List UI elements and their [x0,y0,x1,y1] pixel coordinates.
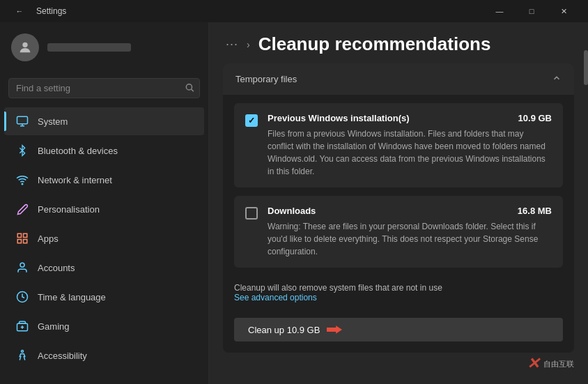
file-item-prev-windows-name: Previous Windows installation(s) [268,113,410,123]
titlebar: ← Settings — □ ✕ [0,0,588,22]
checkbox-prev-windows-wrap [245,114,258,127]
user-section [0,22,208,72]
file-item-prev-windows-size: 10.9 GB [518,113,552,123]
back-icon: ← [16,7,24,15]
sidebar-item-system[interactable]: System [4,107,204,135]
bottom-info: Cleanup will also remove system files th… [234,276,563,307]
user-name-placeholder [47,43,131,52]
svg-rect-10 [17,240,21,243]
search-input[interactable] [8,78,200,98]
chevron-up-icon [552,73,562,85]
cleanup-info-text: Cleanup will also remove system files th… [234,283,442,293]
file-item-downloads-body: Downloads 16.8 MB Warning: These are fil… [268,206,552,258]
close-icon: ✕ [561,7,567,16]
breadcrumb-dots: ··· [226,37,238,52]
network-icon [15,173,29,187]
svg-point-11 [20,263,24,267]
content-header: ··· › Cleanup recommendations [209,22,588,63]
sidebar-label-time: Time & language [38,292,106,302]
sidebar-label-personalisation: Personalisation [38,204,100,215]
arrow-right-icon [327,324,342,335]
avatar [11,33,39,61]
sidebar-label-accounts: Accounts [38,263,75,273]
svg-marker-17 [327,325,342,334]
maximize-icon: □ [529,7,534,15]
maximize-button[interactable]: □ [516,0,548,22]
content-area: Temporary files Previous Wind [209,63,588,384]
svg-point-1 [186,84,192,89]
file-item-downloads-name: Downloads [268,206,316,216]
sidebar-item-accounts[interactable]: Accounts [4,254,204,282]
accounts-icon [15,261,29,275]
personalisation-icon [15,202,29,216]
accessibility-icon [15,348,29,362]
sidebar: System Bluetooth & devices Network & int… [0,22,209,384]
section-title: Temporary files [235,74,297,84]
titlebar-left: ← Settings [8,0,66,22]
app-container: System Bluetooth & devices Network & int… [0,22,588,384]
svg-rect-7 [17,233,21,237]
bluetooth-icon [15,144,29,158]
checkbox-downloads-wrap [245,207,258,220]
main-content: ··· › Cleanup recommendations Temporary … [209,22,588,384]
file-item-prev-windows-body: Previous Windows installation(s) 10.9 GB… [268,113,552,178]
svg-point-16 [22,351,24,353]
sidebar-item-apps[interactable]: Apps [4,224,204,252]
scrollbar-thumb[interactable] [584,50,588,85]
section-content: Previous Windows installation(s) 10.9 GB… [223,95,574,353]
svg-point-6 [22,183,23,185]
file-item-prev-windows: Previous Windows installation(s) 10.9 GB… [234,103,563,187]
sidebar-item-accessibility[interactable]: Accessibility [4,341,204,369]
svg-rect-8 [24,233,27,237]
file-item-downloads-desc: Warning: These are files in your persona… [268,220,552,258]
svg-rect-3 [17,116,28,124]
sidebar-label-gaming: Gaming [38,321,70,332]
scrollbar-track [584,45,588,384]
checkbox-downloads[interactable] [245,207,258,220]
sidebar-item-personalisation[interactable]: Personalisation [4,195,204,223]
sidebar-item-time[interactable]: Time & language [4,283,204,311]
sidebar-item-network[interactable]: Network & internet [4,166,204,194]
checkbox-prev-windows[interactable] [245,114,258,127]
cleanup-button-label: Clean up 10.9 GB [248,325,320,335]
sidebar-label-bluetooth: Bluetooth & devices [38,146,118,156]
svg-point-0 [22,43,27,47]
gaming-icon [15,319,29,333]
file-item-prev-windows-desc: Files from a previous Windows installati… [268,128,552,178]
close-button[interactable]: ✕ [548,0,580,22]
svg-line-2 [192,89,194,91]
breadcrumb-arrow: › [247,39,250,50]
file-item-downloads-size: 16.8 MB [518,206,552,216]
window-controls: — □ ✕ [483,0,580,22]
app-title: Settings [36,6,66,16]
page-title: Cleanup recommendations [258,33,491,55]
temporary-files-section: Temporary files Previous Wind [223,63,574,353]
search-box [8,78,200,98]
sidebar-label-system: System [38,116,68,127]
section-header[interactable]: Temporary files [223,63,574,95]
cleanup-button[interactable]: Clean up 10.9 GB [234,318,563,341]
sidebar-label-accessibility: Accessibility [38,351,87,361]
time-icon [15,290,29,304]
file-item-downloads: Downloads 16.8 MB Warning: These are fil… [234,196,563,268]
sidebar-label-network: Network & internet [38,175,112,185]
file-item-downloads-header: Downloads 16.8 MB [268,206,552,216]
sidebar-item-bluetooth[interactable]: Bluetooth & devices [4,137,204,164]
search-icon [185,82,194,94]
minimize-icon: — [496,7,504,15]
system-icon [15,114,29,128]
sidebar-item-gaming[interactable]: Gaming [4,312,204,340]
file-item-prev-windows-header: Previous Windows installation(s) 10.9 GB [268,113,552,123]
svg-rect-9 [24,240,27,243]
apps-icon [15,231,29,245]
see-advanced-link[interactable]: See advanced options [234,293,317,302]
back-button[interactable]: ← [8,0,31,22]
minimize-button[interactable]: — [483,0,516,22]
sidebar-label-apps: Apps [38,233,59,244]
